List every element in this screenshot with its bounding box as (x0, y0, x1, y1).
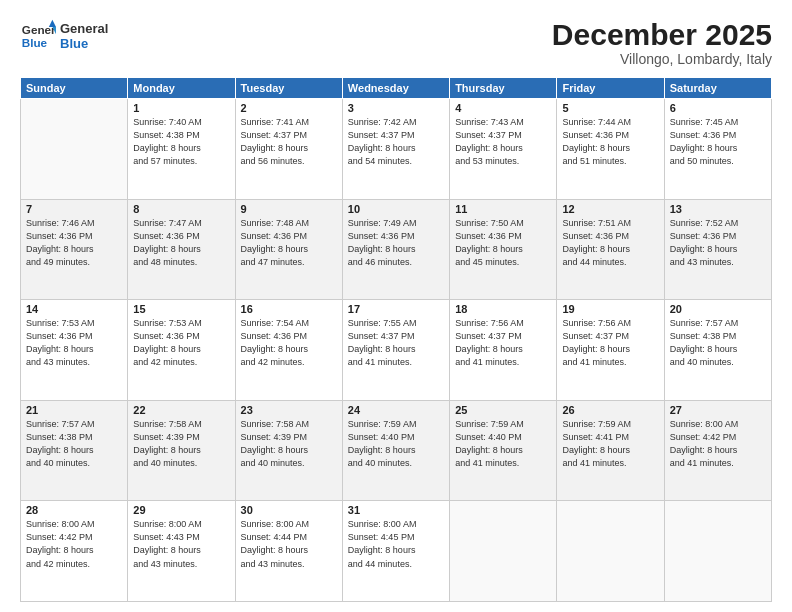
calendar-week-1: 1Sunrise: 7:40 AM Sunset: 4:38 PM Daylig… (21, 99, 772, 200)
day-info: Sunrise: 7:59 AM Sunset: 4:40 PM Dayligh… (348, 418, 444, 470)
calendar-header-row: SundayMondayTuesdayWednesdayThursdayFrid… (21, 78, 772, 99)
day-info: Sunrise: 7:43 AM Sunset: 4:37 PM Dayligh… (455, 116, 551, 168)
calendar-cell: 26Sunrise: 7:59 AM Sunset: 4:41 PM Dayli… (557, 400, 664, 501)
day-number: 2 (241, 102, 337, 114)
day-info: Sunrise: 7:53 AM Sunset: 4:36 PM Dayligh… (26, 317, 122, 369)
day-number: 8 (133, 203, 229, 215)
day-number: 6 (670, 102, 766, 114)
calendar-week-4: 21Sunrise: 7:57 AM Sunset: 4:38 PM Dayli… (21, 400, 772, 501)
calendar-cell: 21Sunrise: 7:57 AM Sunset: 4:38 PM Dayli… (21, 400, 128, 501)
calendar-cell: 28Sunrise: 8:00 AM Sunset: 4:42 PM Dayli… (21, 501, 128, 602)
day-info: Sunrise: 7:59 AM Sunset: 4:41 PM Dayligh… (562, 418, 658, 470)
day-header-tuesday: Tuesday (235, 78, 342, 99)
day-info: Sunrise: 7:47 AM Sunset: 4:36 PM Dayligh… (133, 217, 229, 269)
day-info: Sunrise: 8:00 AM Sunset: 4:42 PM Dayligh… (26, 518, 122, 570)
day-number: 31 (348, 504, 444, 516)
day-header-wednesday: Wednesday (342, 78, 449, 99)
day-number: 19 (562, 303, 658, 315)
day-info: Sunrise: 7:57 AM Sunset: 4:38 PM Dayligh… (26, 418, 122, 470)
day-number: 4 (455, 102, 551, 114)
calendar-week-3: 14Sunrise: 7:53 AM Sunset: 4:36 PM Dayli… (21, 300, 772, 401)
day-number: 9 (241, 203, 337, 215)
day-info: Sunrise: 8:00 AM Sunset: 4:42 PM Dayligh… (670, 418, 766, 470)
day-header-sunday: Sunday (21, 78, 128, 99)
day-number: 11 (455, 203, 551, 215)
calendar-cell: 1Sunrise: 7:40 AM Sunset: 4:38 PM Daylig… (128, 99, 235, 200)
day-info: Sunrise: 7:59 AM Sunset: 4:40 PM Dayligh… (455, 418, 551, 470)
day-info: Sunrise: 7:56 AM Sunset: 4:37 PM Dayligh… (455, 317, 551, 369)
calendar-cell: 16Sunrise: 7:54 AM Sunset: 4:36 PM Dayli… (235, 300, 342, 401)
day-number: 27 (670, 404, 766, 416)
day-info: Sunrise: 7:44 AM Sunset: 4:36 PM Dayligh… (562, 116, 658, 168)
day-number: 3 (348, 102, 444, 114)
calendar-cell: 29Sunrise: 8:00 AM Sunset: 4:43 PM Dayli… (128, 501, 235, 602)
calendar-cell: 12Sunrise: 7:51 AM Sunset: 4:36 PM Dayli… (557, 199, 664, 300)
day-info: Sunrise: 7:49 AM Sunset: 4:36 PM Dayligh… (348, 217, 444, 269)
day-number: 12 (562, 203, 658, 215)
calendar-cell: 11Sunrise: 7:50 AM Sunset: 4:36 PM Dayli… (450, 199, 557, 300)
calendar-cell: 6Sunrise: 7:45 AM Sunset: 4:36 PM Daylig… (664, 99, 771, 200)
calendar-cell: 23Sunrise: 7:58 AM Sunset: 4:39 PM Dayli… (235, 400, 342, 501)
calendar-cell: 19Sunrise: 7:56 AM Sunset: 4:37 PM Dayli… (557, 300, 664, 401)
calendar-cell (557, 501, 664, 602)
day-info: Sunrise: 8:00 AM Sunset: 4:45 PM Dayligh… (348, 518, 444, 570)
day-number: 30 (241, 504, 337, 516)
month-title: December 2025 (552, 18, 772, 51)
day-number: 13 (670, 203, 766, 215)
calendar-cell (664, 501, 771, 602)
calendar-cell: 5Sunrise: 7:44 AM Sunset: 4:36 PM Daylig… (557, 99, 664, 200)
day-number: 29 (133, 504, 229, 516)
day-number: 15 (133, 303, 229, 315)
calendar-cell: 10Sunrise: 7:49 AM Sunset: 4:36 PM Dayli… (342, 199, 449, 300)
day-info: Sunrise: 7:46 AM Sunset: 4:36 PM Dayligh… (26, 217, 122, 269)
day-number: 7 (26, 203, 122, 215)
calendar-cell: 13Sunrise: 7:52 AM Sunset: 4:36 PM Dayli… (664, 199, 771, 300)
day-number: 24 (348, 404, 444, 416)
day-number: 1 (133, 102, 229, 114)
day-number: 22 (133, 404, 229, 416)
calendar-cell: 3Sunrise: 7:42 AM Sunset: 4:37 PM Daylig… (342, 99, 449, 200)
day-info: Sunrise: 7:50 AM Sunset: 4:36 PM Dayligh… (455, 217, 551, 269)
title-block: December 2025 Villongo, Lombardy, Italy (552, 18, 772, 67)
day-info: Sunrise: 7:58 AM Sunset: 4:39 PM Dayligh… (241, 418, 337, 470)
day-info: Sunrise: 7:53 AM Sunset: 4:36 PM Dayligh… (133, 317, 229, 369)
day-number: 26 (562, 404, 658, 416)
day-number: 16 (241, 303, 337, 315)
calendar-cell: 7Sunrise: 7:46 AM Sunset: 4:36 PM Daylig… (21, 199, 128, 300)
day-number: 10 (348, 203, 444, 215)
calendar-cell: 27Sunrise: 8:00 AM Sunset: 4:42 PM Dayli… (664, 400, 771, 501)
calendar-cell (21, 99, 128, 200)
day-number: 23 (241, 404, 337, 416)
logo-line1: General (60, 21, 108, 36)
day-header-friday: Friday (557, 78, 664, 99)
location: Villongo, Lombardy, Italy (552, 51, 772, 67)
day-info: Sunrise: 8:00 AM Sunset: 4:44 PM Dayligh… (241, 518, 337, 570)
calendar-cell: 30Sunrise: 8:00 AM Sunset: 4:44 PM Dayli… (235, 501, 342, 602)
general-blue-icon: General Blue (20, 18, 56, 54)
header: General Blue General Blue December 2025 … (20, 18, 772, 67)
calendar-cell (450, 501, 557, 602)
page: General Blue General Blue December 2025 … (0, 0, 792, 612)
logo: General Blue General Blue (20, 18, 108, 54)
day-info: Sunrise: 8:00 AM Sunset: 4:43 PM Dayligh… (133, 518, 229, 570)
day-info: Sunrise: 7:41 AM Sunset: 4:37 PM Dayligh… (241, 116, 337, 168)
calendar-table: SundayMondayTuesdayWednesdayThursdayFrid… (20, 77, 772, 602)
calendar-cell: 31Sunrise: 8:00 AM Sunset: 4:45 PM Dayli… (342, 501, 449, 602)
calendar-cell: 8Sunrise: 7:47 AM Sunset: 4:36 PM Daylig… (128, 199, 235, 300)
calendar-cell: 14Sunrise: 7:53 AM Sunset: 4:36 PM Dayli… (21, 300, 128, 401)
calendar-cell: 24Sunrise: 7:59 AM Sunset: 4:40 PM Dayli… (342, 400, 449, 501)
day-info: Sunrise: 7:57 AM Sunset: 4:38 PM Dayligh… (670, 317, 766, 369)
calendar-cell: 20Sunrise: 7:57 AM Sunset: 4:38 PM Dayli… (664, 300, 771, 401)
day-info: Sunrise: 7:54 AM Sunset: 4:36 PM Dayligh… (241, 317, 337, 369)
day-info: Sunrise: 7:51 AM Sunset: 4:36 PM Dayligh… (562, 217, 658, 269)
calendar-cell: 17Sunrise: 7:55 AM Sunset: 4:37 PM Dayli… (342, 300, 449, 401)
day-info: Sunrise: 7:52 AM Sunset: 4:36 PM Dayligh… (670, 217, 766, 269)
day-info: Sunrise: 7:42 AM Sunset: 4:37 PM Dayligh… (348, 116, 444, 168)
day-header-monday: Monday (128, 78, 235, 99)
logo-line2: Blue (60, 36, 108, 51)
calendar-cell: 4Sunrise: 7:43 AM Sunset: 4:37 PM Daylig… (450, 99, 557, 200)
day-info: Sunrise: 7:56 AM Sunset: 4:37 PM Dayligh… (562, 317, 658, 369)
calendar-cell: 9Sunrise: 7:48 AM Sunset: 4:36 PM Daylig… (235, 199, 342, 300)
day-info: Sunrise: 7:45 AM Sunset: 4:36 PM Dayligh… (670, 116, 766, 168)
calendar-cell: 18Sunrise: 7:56 AM Sunset: 4:37 PM Dayli… (450, 300, 557, 401)
